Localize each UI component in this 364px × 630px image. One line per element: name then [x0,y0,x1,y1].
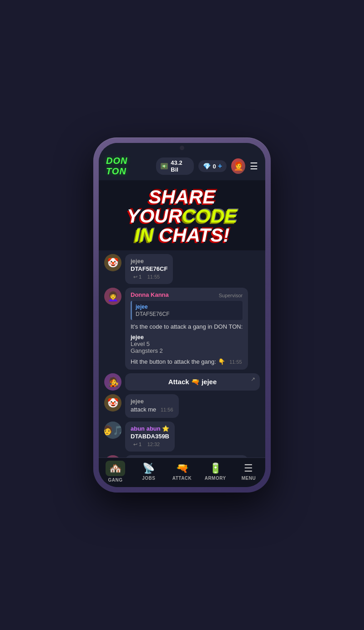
nav-label-jobs: JOBS [142,476,155,481]
sender-donna-1: Donna Kanna [131,291,169,298]
nav-gang[interactable]: 🏘️ GANG [99,461,132,483]
nav-armory[interactable]: 🔋 ARMORY [199,462,232,481]
time-3: 11:56 [161,407,173,412]
attack-row: 🧑‍🎤 Attack 🔫 jejee ↗ [104,373,260,391]
avatar-jejee-1: 🤡 [104,254,121,271]
nav-label-attack: ATTACK [172,476,192,481]
add-gems-button[interactable]: + [218,162,222,170]
reply-count-2: ↩ 1 [133,442,142,447]
supervisor-badge-1: Supervisor [219,293,243,298]
banner-in: IN [134,224,153,246]
avatar-abun: 🧑‍🎵 [104,422,121,439]
attack-button[interactable]: Attack 🔫 jejee ↗ [125,373,260,391]
nav-attack[interactable]: 🔫 ATTACK [165,462,198,481]
quote-block-1: jejee DTAF5E76CF [131,301,243,320]
quoted-sender-1: jejee [136,304,239,310]
nav-menu[interactable]: ☰ MENU [232,462,265,481]
nav-label-armory: ARMORY [205,476,226,481]
gems-display: 💎 0 + [198,160,227,172]
detail-gang-1: Gangsters 2 [131,347,243,354]
avatar-donna-1: 👩‍🦱 [104,288,121,305]
user-avatar[interactable]: 🧑‍🦰 [231,158,245,174]
camera [180,146,184,150]
avatar-jejee-2: 🤡 [104,394,121,412]
share-icon: ↗ [251,376,255,382]
detail-level-1: Level 5 [131,340,243,347]
app-logo: DON TON [106,156,147,177]
details-block-1: jejee Level 5 Gangsters 2 [131,334,243,354]
sender-jejee-1: jejee [131,258,167,264]
message-2: 👩‍🦱 Donna Kanna Supervisor jejee DTAF5E7… [104,288,260,370]
quoted-code-1: DTAF5E76CF [136,311,239,317]
banner-title: SHARE YOURCODE IN CHATS! [106,188,258,245]
menu-nav-icon: ☰ [244,462,253,474]
banner-share: SHARE [148,186,215,208]
text-jejee-2: attack me 11:56 [131,406,173,414]
currency-display: 💵 43.2 Bil [156,158,194,175]
phone-screen: DON TON 💵 43.2 Bil 💎 0 + 🧑‍🦰 ☰ SHARE YOU… [99,143,265,487]
banner-your: YOUR [127,205,182,227]
banner-code: CODE [182,205,237,227]
code-abun: DTABDA359B [131,433,169,440]
reply-count-1: ↩ 1 [133,274,142,279]
bubble-jejee-2: jejee attack me 11:56 [125,394,179,417]
notch [159,143,205,154]
attack-icon: 🔫 [176,462,188,474]
armory-icon: 🔋 [209,462,222,474]
bottom-nav: 🏘️ GANG 📡 JOBS 🔫 ATTACK 🔋 ARMORY ☰ MENU [99,457,265,487]
detail-name-1: jejee [131,334,243,340]
banner-chats: CHATS! [159,224,230,246]
jobs-icon: 📡 [142,462,155,474]
message-1: 🤡 jejee DTAF5E76CF ↩ 1 11:55 [104,254,260,284]
sender-abun: abun abun ⭐ [131,425,169,432]
msg-body-1: It's the code to attack a gang in DON TO… [131,323,243,331]
time-2: 11:55 [229,359,242,365]
phone-frame: DON TON 💵 43.2 Bil 💎 0 + 🧑‍🦰 ☰ SHARE YOU… [93,137,271,493]
attack-btn-text: Attack 🔫 jejee [168,378,217,386]
bubble-donna-1: Donna Kanna Supervisor jejee DTAF5E76CF … [125,288,248,370]
message-3: 🤡 jejee attack me 11:56 [104,394,260,417]
money-icon: 💵 [161,163,168,169]
nav-jobs[interactable]: 📡 JOBS [132,462,165,481]
menu-button[interactable]: ☰ [250,161,258,172]
nav-label-gang: GANG [108,478,123,483]
code-jejee-1: DTAF5E76CF [131,265,167,272]
gem-icon: 💎 [203,163,211,170]
bubble-jejee-1: jejee DTAF5E76CF ↩ 1 11:55 [125,254,173,284]
avatar-attacker: 🧑‍🎤 [104,373,121,391]
time-1: 11:55 [147,274,160,279]
bubble-abun: abun abun ⭐ DTABDA359B ↩ 1 12:32 [125,422,175,452]
nav-label-menu: MENU [242,476,256,481]
chat-area: 🤡 jejee DTAF5E76CF ↩ 1 11:55 👩‍🦱 Donna K… [99,250,265,457]
sender-jejee-2: jejee [131,398,173,405]
gems-value: 0 [212,163,216,170]
gang-icon: 🏘️ [109,462,121,474]
msg-cta-1: Hit the button to attack the gang: 👇 11:… [131,358,243,366]
promo-banner: SHARE YOURCODE IN CHATS! [99,180,265,250]
time-4: 12:32 [147,442,160,447]
message-4: 🧑‍🎵 abun abun ⭐ DTABDA359B ↩ 1 12:32 [104,422,260,452]
currency-value: 43.2 Bil [171,159,189,173]
